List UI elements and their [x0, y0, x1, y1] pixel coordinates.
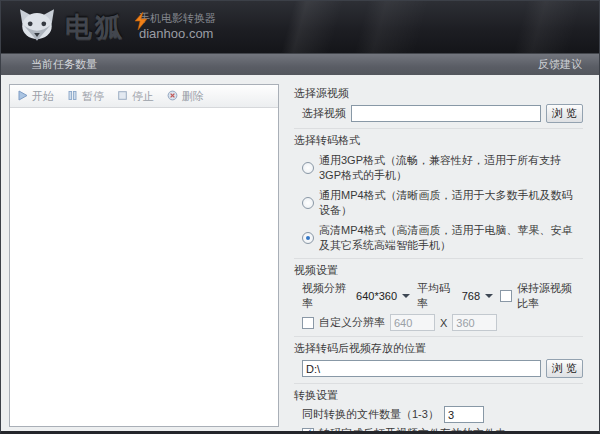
pause-label: 暂停 [82, 89, 104, 104]
custom-res-label: 自定义分辨率 [319, 315, 385, 330]
settings-panel: 选择源视频 选择视频 浏 览 选择转码格式 通用3GP格式（流畅，兼容性好，适用… [288, 80, 591, 427]
source-section-title: 选择源视频 [294, 86, 591, 101]
video-section-title: 视频设置 [294, 263, 591, 278]
chevron-down-icon [485, 294, 493, 298]
open-folder-checkbox[interactable] [302, 428, 314, 434]
format-option-3gp[interactable]: 通用3GP格式（流畅，兼容性好，适用于所有支持3GP格式的手机） [302, 153, 591, 183]
stop-label: 停止 [132, 89, 154, 104]
delete-icon [167, 90, 178, 103]
app-header: 电狐 手机电影转换器 dianhoo.com [1, 1, 599, 53]
bitrate-value: 768 [462, 290, 480, 302]
bitrate-dropdown[interactable]: 768 [460, 289, 495, 303]
stop-icon [117, 90, 128, 103]
source-row: 选择视频 浏 览 [302, 104, 591, 123]
logo-text: 电狐 [65, 9, 125, 45]
pause-icon [67, 90, 78, 103]
header-site: dianhoo.com [139, 26, 216, 42]
fox-logo-icon [17, 8, 57, 46]
output-path-input[interactable] [302, 360, 541, 377]
custom-resolution-row: 自定义分辨率 X [302, 314, 591, 331]
custom-res-separator: X [440, 317, 447, 329]
pause-button[interactable]: 暂停 [67, 89, 104, 104]
header-tagline-block: 手机电影转换器 dianhoo.com [139, 12, 216, 42]
open-folder-row[interactable]: 转码完成后打开视频文件存放的文件夹 [302, 426, 591, 434]
stop-button[interactable]: 停止 [117, 89, 154, 104]
header-tagline: 手机电影转换器 [139, 12, 216, 26]
divider [294, 336, 583, 337]
source-browse-button[interactable]: 浏 览 [546, 104, 583, 123]
start-button[interactable]: 开始 [17, 89, 54, 104]
app-window: 电狐 手机电影转换器 dianhoo.com 当前任务数量 反馈建议 [0, 0, 600, 434]
format-3gp-label: 通用3GP格式（流畅，兼容性好，适用于所有支持3GP格式的手机） [319, 153, 583, 183]
output-browse-button[interactable]: 浏 览 [546, 359, 583, 378]
divider [294, 128, 583, 129]
settings-form: 选择源视频 选择视频 浏 览 选择转码格式 通用3GP格式（流畅，兼容性好，适用… [288, 80, 591, 434]
convert-section-title: 转换设置 [294, 388, 591, 403]
resolution-label: 视频分辨率 [302, 281, 349, 311]
resolution-dropdown[interactable]: 640*360 [354, 289, 412, 303]
keep-ratio-checkbox[interactable] [500, 290, 512, 302]
task-strip: 当前任务数量 反馈建议 [1, 53, 599, 75]
format-hd-mp4-label: 高清MP4格式（高清画质，适用于电脑、苹果、安卓及其它系统高端智能手机） [319, 223, 583, 253]
format-section-title: 选择转码格式 [294, 133, 591, 148]
output-path-row: 浏 览 [302, 359, 591, 378]
custom-width-input[interactable] [390, 314, 435, 331]
logo-area: 电狐 手机电影转换器 dianhoo.com [1, 1, 599, 46]
bitrate-label: 平均码率 [417, 281, 455, 311]
feedback-link[interactable]: 反馈建议 [538, 57, 582, 72]
content-area: 开始 暂停 停止 删除 [1, 76, 599, 431]
video-settings-row: 视频分辨率 640*360 平均码率 768 保持源视频比率 [302, 281, 591, 311]
custom-height-input[interactable] [452, 314, 497, 331]
source-video-input[interactable] [351, 105, 541, 122]
start-label: 开始 [32, 89, 54, 104]
open-folder-label: 转码完成后打开视频文件存放的文件夹 [319, 426, 506, 434]
radio-mp4[interactable] [302, 197, 314, 209]
output-section-title: 选择转码后视频存放的位置 [294, 341, 591, 356]
concurrent-label: 同时转换的文件数量（1-3） [302, 407, 439, 422]
custom-res-checkbox[interactable] [302, 317, 314, 329]
play-icon [17, 90, 28, 103]
format-mp4-label: 通用MP4格式（清晰画质，适用于大多数手机及数码设备） [319, 188, 583, 218]
concurrent-count-input[interactable] [444, 406, 484, 423]
keep-ratio-label: 保持源视频比率 [517, 281, 583, 311]
format-option-mp4[interactable]: 通用MP4格式（清晰画质，适用于大多数手机及数码设备） [302, 188, 591, 218]
divider [294, 383, 583, 384]
source-label: 选择视频 [302, 106, 346, 121]
format-option-hd-mp4[interactable]: 高清MP4格式（高清画质，适用于电脑、苹果、安卓及其它系统高端智能手机） [302, 223, 591, 253]
concurrent-row: 同时转换的文件数量（1-3） [302, 406, 591, 423]
task-toolbar: 开始 暂停 停止 删除 [10, 85, 278, 108]
chevron-down-icon [402, 294, 410, 298]
resolution-value: 640*360 [356, 290, 397, 302]
logo-mark: 电狐 [57, 9, 125, 45]
task-panel: 开始 暂停 停止 删除 [9, 84, 279, 427]
divider [294, 258, 583, 259]
delete-button[interactable]: 删除 [167, 89, 204, 104]
radio-3gp[interactable] [302, 162, 314, 174]
lightning-icon [135, 12, 147, 34]
task-count-label: 当前任务数量 [31, 57, 97, 72]
delete-label: 删除 [182, 89, 204, 104]
radio-hd-mp4[interactable] [302, 232, 314, 244]
task-list[interactable] [10, 108, 278, 426]
